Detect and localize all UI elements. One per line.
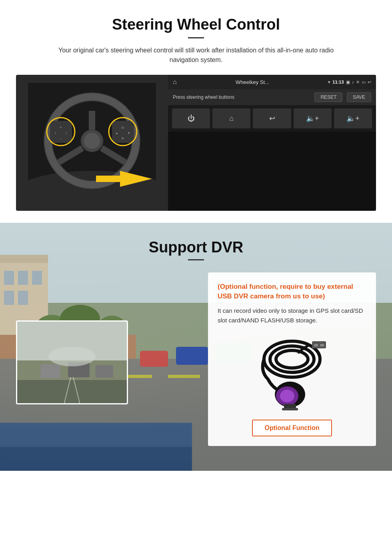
optional-function-button[interactable]: Optional Function [252, 420, 332, 436]
svg-text:✕: ✕ [121, 136, 124, 140]
steering-screen: ⌂ Wheelkey St... ▾ 11:13 ▣ ♪ ✕ ▭ ↩ Press… [168, 75, 376, 211]
dvr-title-block: Support DVR [16, 239, 376, 260]
svg-point-56 [276, 350, 308, 368]
dvr-preview [16, 320, 128, 404]
svg-rect-64 [282, 408, 298, 410]
dvr-camera-svg [252, 335, 332, 411]
dvr-divider [188, 259, 204, 260]
instruction-row: Press steering wheel buttons RESET SAVE [168, 89, 376, 105]
topbar-icons: ▾ 11:13 ▣ ♪ ✕ ▭ ↩ [328, 80, 371, 85]
dvr-preview-svg [17, 320, 127, 404]
svg-text:+: + [60, 126, 62, 130]
screen-bottom-area [168, 132, 376, 211]
action-buttons: RESET SAVE [312, 92, 371, 102]
wifi-icon: ▾ [328, 80, 330, 85]
volume-icon: ♪ [352, 80, 354, 84]
section-steering: Steering Wheel Control Your original car… [0, 0, 392, 223]
sw-vol-up2-btn[interactable]: 🔈+ [334, 108, 372, 128]
sw-back-btn[interactable]: ↩ [253, 108, 291, 128]
svg-rect-52 [96, 365, 113, 378]
reset-button[interactable]: RESET [314, 92, 342, 102]
dvr-overlay: Support DVR [0, 223, 392, 466]
steering-content: + ⟨ ⟩ - ⊙ ▲ ▼ ✕ ⌂ W [16, 75, 376, 211]
svg-text:⟨: ⟨ [55, 132, 56, 134]
dvr-preview-inner [17, 322, 127, 403]
svg-rect-22 [96, 176, 121, 182]
svg-text:-: - [60, 136, 62, 140]
sw-vol-up-btn[interactable]: 🔈+ [294, 108, 332, 128]
svg-text:⟩: ⟩ [66, 132, 67, 134]
dvr-camera-image [218, 333, 366, 413]
screen-icon: ▭ [362, 80, 366, 85]
svg-rect-58 [314, 344, 318, 346]
home-icon: ⌂ [173, 78, 177, 86]
instruction-text: Press steering wheel buttons [173, 94, 234, 100]
dvr-description: It can record video only to storage in G… [218, 306, 366, 325]
close-icon: ✕ [356, 80, 360, 85]
dvr-optional-note: (Optional function, require to buy exter… [218, 282, 366, 301]
screen-title: Wheelkey St... [180, 79, 325, 85]
dvr-main-row: (Optional function, require to buy exter… [16, 272, 376, 446]
steering-title: Steering Wheel Control [16, 16, 376, 33]
save-button[interactable]: SAVE [347, 92, 371, 102]
svg-point-5 [84, 133, 100, 149]
section-dvr: Support DVR [0, 223, 392, 471]
steering-wheel-svg: + ⟨ ⟩ - ⊙ ▲ ▼ ✕ [28, 83, 156, 203]
title-divider [188, 37, 204, 38]
svg-point-62 [280, 390, 294, 402]
dvr-info-card: (Optional function, require to buy exter… [208, 272, 376, 446]
camera-icon: ▣ [346, 80, 350, 85]
svg-text:▼: ▼ [128, 132, 130, 134]
steering-subtitle: Your original car's steering wheel contr… [56, 46, 336, 65]
dvr-title: Support DVR [16, 239, 376, 256]
steering-photo: + ⟨ ⟩ - ⊙ ▲ ▼ ✕ [16, 75, 168, 211]
sw-power-btn[interactable]: ⏻ [172, 108, 210, 128]
svg-text:⊙: ⊙ [121, 126, 124, 130]
time-display: 11:13 [332, 80, 344, 84]
svg-point-53 [48, 347, 95, 366]
svg-text:▲: ▲ [116, 132, 118, 134]
sw-home-btn[interactable]: ⌂ [212, 108, 250, 128]
sw-buttons-row: ⏻ ⌂ ↩ 🔈+ 🔈+ [168, 105, 376, 132]
svg-rect-50 [41, 364, 60, 378]
svg-rect-59 [320, 344, 324, 346]
screen-topbar: ⌂ Wheelkey St... ▾ 11:13 ▣ ♪ ✕ ▭ ↩ [168, 75, 376, 89]
svg-rect-47 [17, 380, 127, 404]
back-icon: ↩ [368, 80, 371, 85]
